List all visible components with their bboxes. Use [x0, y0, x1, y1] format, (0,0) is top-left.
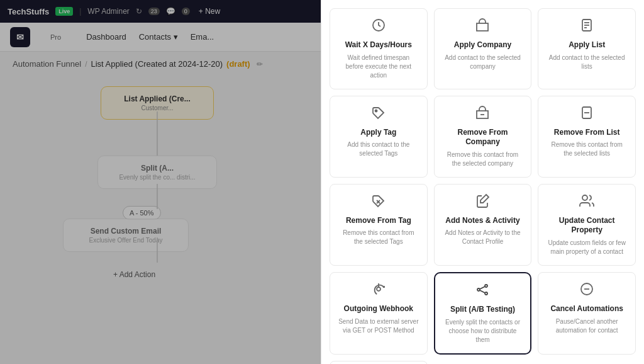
apply-tag-title: Apply Tag: [360, 128, 396, 138]
svg-point-19: [485, 285, 487, 287]
svg-line-22: [480, 290, 485, 293]
action-card-add-notes[interactable]: Add Notes & ActivityAdd Notes or Activit…: [434, 184, 532, 266]
svg-point-17: [377, 287, 380, 291]
add-notes-icon: [475, 193, 490, 211]
remove-from-tag-desc: Remove this contact from the selected Ta…: [338, 229, 419, 246]
action-card-apply-company[interactable]: Apply CompanyAdd contact to the selected…: [434, 8, 532, 89]
svg-point-16: [582, 195, 587, 200]
update-contact-desc: Update custom fields or few main propert…: [546, 239, 628, 256]
split-ab-icon: [475, 282, 490, 300]
svg-line-21: [480, 287, 485, 289]
action-card-apply-list[interactable]: Apply ListAdd contact to the selected li…: [538, 8, 636, 89]
cancel-automations-title: Cancel Automations: [550, 304, 623, 314]
outgoing-webhook-title: Outgoing Webhook: [344, 304, 413, 314]
svg-rect-4: [477, 23, 488, 31]
remove-from-tag-icon: [371, 193, 386, 211]
apply-company-desc: Add contact to the selected company: [442, 54, 524, 71]
apply-tag-desc: Add this contact to the selected Tags: [338, 140, 419, 158]
action-card-more[interactable]: [330, 361, 428, 364]
outgoing-webhook-icon: [371, 282, 386, 299]
remove-from-list-desc: Remove this contact from the selected li…: [546, 140, 628, 158]
action-card-update-contact[interactable]: Update Contact PropertyUpdate custom fie…: [538, 184, 636, 266]
svg-point-9: [375, 110, 377, 111]
remove-from-tag-title: Remove From Tag: [346, 216, 411, 226]
apply-tag-icon: [371, 105, 386, 123]
action-card-remove-from-tag[interactable]: Remove From TagRemove this contact from …: [330, 184, 428, 266]
split-ab-desc: Evenly split the contacts or choose how …: [443, 318, 523, 344]
add-notes-desc: Add Notes or Activity to the Contact Pro…: [442, 229, 524, 246]
remove-from-company-icon: [475, 105, 490, 123]
svg-point-20: [485, 292, 487, 295]
action-card-apply-tag[interactable]: Apply TagAdd this contact to the selecte…: [330, 96, 428, 178]
apply-list-desc: Add contact to the selected lists: [546, 54, 628, 71]
action-card-split-ab[interactable]: Split (A/B Testing)Evenly split the cont…: [434, 272, 532, 355]
split-ab-title: Split (A/B Testing): [450, 305, 515, 315]
overlay-dim: [0, 0, 321, 364]
cancel-automations-icon: [579, 282, 594, 299]
remove-from-company-desc: Remove this contact from the selected co…: [442, 151, 524, 168]
action-card-outgoing-webhook[interactable]: Outgoing WebhookSend Data to external se…: [330, 272, 428, 355]
update-contact-icon: [579, 193, 594, 211]
action-card-cancel-automations[interactable]: Cancel AutomationsPause/Cancel another a…: [538, 272, 636, 355]
action-card-wait[interactable]: Wait X Days/HoursWait defined timespan b…: [330, 8, 428, 89]
outgoing-webhook-desc: Send Data to external server via GET or …: [338, 317, 419, 335]
wait-desc: Wait defined timespan before execute the…: [338, 54, 419, 80]
action-cards-grid: Wait X Days/HoursWait defined timespan b…: [321, 0, 644, 364]
remove-from-company-title: Remove From Company: [442, 128, 524, 147]
apply-company-icon: [475, 18, 490, 35]
action-selector-panel: Wait X Days/HoursWait defined timespan b…: [321, 0, 644, 364]
cancel-automations-desc: Pause/Cancel another automation for cont…: [546, 317, 628, 335]
apply-company-title: Apply Company: [454, 40, 511, 50]
apply-list-icon: [579, 18, 594, 35]
svg-point-18: [477, 288, 480, 291]
remove-from-list-icon: [579, 105, 594, 123]
remove-from-list-title: Remove From List: [554, 128, 620, 138]
action-card-remove-from-company[interactable]: Remove From CompanyRemove this contact f…: [434, 96, 532, 178]
update-contact-title: Update Contact Property: [546, 216, 628, 236]
apply-list-title: Apply List: [569, 40, 605, 50]
add-notes-title: Add Notes & Activity: [445, 216, 519, 226]
action-card-remove-from-list[interactable]: Remove From ListRemove this contact from…: [538, 96, 636, 178]
wait-icon: [371, 18, 386, 35]
wait-title: Wait X Days/Hours: [345, 40, 412, 50]
